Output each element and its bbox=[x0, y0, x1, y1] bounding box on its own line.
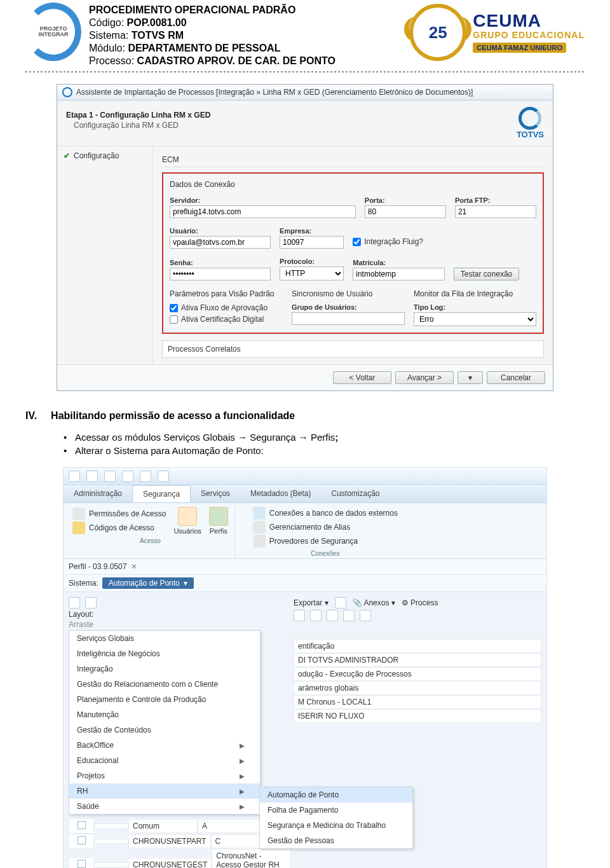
view-icon[interactable] bbox=[310, 610, 322, 621]
view-icon[interactable] bbox=[343, 610, 355, 621]
process-button[interactable]: ⚙ Process bbox=[402, 598, 438, 607]
ribbon-tab[interactable]: Serviços bbox=[191, 485, 240, 502]
menu-item[interactable]: Planejamento e Controle da Produção bbox=[69, 692, 260, 707]
rh-submenu[interactable]: Automação de PontoFolha de PagamentoSegu… bbox=[259, 787, 413, 849]
servidor-label: Servidor: bbox=[170, 196, 356, 204]
avancar-dropdown-button[interactable]: ▾ bbox=[458, 371, 483, 384]
ribbon-tab[interactable]: Metadados (Beta) bbox=[240, 485, 321, 502]
ribbon-tab[interactable]: Administração bbox=[64, 485, 132, 502]
view-icon[interactable] bbox=[327, 610, 338, 621]
porta-ftp-label: Porta FTP: bbox=[455, 196, 536, 204]
row-checkbox[interactable] bbox=[78, 860, 86, 868]
sidebar-item-configuracao[interactable]: ✔ Configuração bbox=[64, 151, 146, 160]
table-row[interactable]: CHRONUSNETPARTC bbox=[69, 834, 291, 849]
new-icon[interactable] bbox=[69, 597, 80, 609]
view-icon[interactable] bbox=[294, 610, 305, 621]
document-tab[interactable]: Perfil - 03.9.0507 ✕ bbox=[69, 562, 137, 571]
row-checkbox[interactable] bbox=[78, 836, 86, 844]
close-tab-icon[interactable]: ✕ bbox=[131, 562, 137, 571]
layout-label: Layout: bbox=[69, 610, 93, 619]
submenu-item[interactable]: Folha de Pagamento bbox=[260, 803, 412, 818]
porta-input[interactable] bbox=[365, 205, 446, 218]
menu-item[interactable]: Gestão do Relacionamento com o Cliente bbox=[69, 677, 260, 692]
integracao-fluig-checkbox[interactable] bbox=[353, 238, 361, 246]
row-checkbox[interactable] bbox=[78, 821, 86, 829]
processos-correlatos-panel[interactable]: Processos Correlatos bbox=[162, 340, 544, 358]
qat-button[interactable] bbox=[86, 471, 98, 482]
usuarios-button[interactable]: Usuários bbox=[173, 507, 201, 535]
menu-item[interactable]: Saúde▶ bbox=[69, 799, 260, 814]
ribbon: Permissões de Acesso Códigos de Acesso U… bbox=[64, 503, 546, 559]
section-4-heading: IV. Habilitando permissão de acesso a fu… bbox=[25, 410, 585, 422]
ativa-fluxo-checkbox[interactable] bbox=[170, 304, 178, 312]
table-row[interactable]: ComumA bbox=[69, 818, 291, 834]
servidor-input[interactable] bbox=[170, 205, 356, 218]
cancelar-button[interactable]: Cancelar bbox=[487, 371, 545, 384]
conexoes-bd-button[interactable]: Conexões a banco de dados externos bbox=[253, 507, 398, 520]
usuario-label: Usuário: bbox=[170, 227, 271, 235]
matricula-input[interactable] bbox=[353, 268, 445, 280]
grid-toolbar-right: Exportar ▾ 📎 Anexos ▾ ⚙ Process bbox=[294, 597, 541, 609]
submenu-item[interactable]: Gestão de Pessoas bbox=[260, 833, 412, 848]
menu-item[interactable]: Educacional▶ bbox=[69, 753, 260, 768]
permissoes-acesso-button[interactable]: Permissões de Acesso bbox=[72, 507, 166, 520]
projeto-integrar-logo: PROJETO INTEGRAR bbox=[25, 4, 81, 60]
quick-access-toolbar bbox=[64, 468, 546, 485]
exportar-button[interactable]: Exportar ▾ bbox=[294, 598, 329, 607]
ribbon-tab[interactable]: Customização bbox=[321, 485, 390, 502]
menu-item[interactable]: Integração bbox=[69, 661, 260, 677]
qat-button[interactable] bbox=[104, 471, 116, 482]
qat-button[interactable] bbox=[69, 471, 80, 482]
voltar-button[interactable]: < Voltar bbox=[333, 371, 391, 384]
codigos-acesso-button[interactable]: Códigos de Acesso bbox=[72, 521, 154, 534]
menu-item[interactable]: Gestão de Conteúdos bbox=[69, 722, 260, 738]
matricula-label: Matrícula: bbox=[353, 259, 445, 266]
dialog-titlebar: Assistente de Implantação de Processos [… bbox=[57, 85, 553, 100]
edit-icon[interactable] bbox=[85, 597, 97, 609]
ativa-cert-checkbox[interactable] bbox=[170, 315, 178, 324]
menu-item[interactable]: Projetos▶ bbox=[69, 768, 260, 783]
qat-button[interactable] bbox=[158, 471, 169, 482]
bullet-1: Acessar os módulos Serviços Globais → Se… bbox=[64, 432, 585, 443]
dialog-step-row: Etapa 1 - Configuração Linha RM x GED Co… bbox=[57, 100, 553, 146]
codigo-value: POP.0081.00 bbox=[127, 17, 187, 28]
provedores-seg-button[interactable]: Provedores de Segurança bbox=[253, 535, 358, 548]
grid-cell: entificação bbox=[294, 639, 541, 653]
menu-item[interactable]: RH▶ bbox=[69, 783, 260, 799]
chevron-right-icon: ▶ bbox=[240, 742, 245, 749]
qat-button[interactable] bbox=[122, 471, 133, 482]
menu-item[interactable]: Serviços Globais bbox=[69, 631, 260, 646]
menu-item[interactable]: Inteligência de Negócios bbox=[69, 646, 260, 661]
processo-value: CADASTRO APROV. DE CAR. DE PONTO bbox=[137, 55, 336, 66]
menu-item[interactable]: BackOffice▶ bbox=[69, 738, 260, 753]
porta-ftp-input[interactable] bbox=[455, 205, 536, 218]
print-icon[interactable] bbox=[335, 597, 346, 609]
sistema-dropdown[interactable]: Automação de Ponto▾ bbox=[102, 577, 194, 589]
testar-conexao-button[interactable]: Testar conexão bbox=[454, 268, 519, 280]
tipo-log-select[interactable]: Erro bbox=[414, 312, 536, 326]
submenu-item[interactable]: Segurança e Medicina do Trabalho bbox=[260, 818, 412, 833]
grupo-usuarios-input[interactable] bbox=[292, 312, 405, 325]
dialog-step-title: Etapa 1 - Configuração Linha RM x GED bbox=[66, 111, 210, 120]
group-conexoes-label: Conexões bbox=[311, 550, 339, 557]
empresa-input[interactable] bbox=[280, 236, 344, 249]
menu-item[interactable]: Manutenção bbox=[69, 707, 260, 722]
table-row[interactable]: CHRONUSNETGESTChronusNet - Acesso Gestor… bbox=[69, 849, 291, 868]
usuario-input[interactable] bbox=[170, 236, 271, 249]
senha-input[interactable] bbox=[170, 268, 271, 280]
sistema-label: Sistema: bbox=[69, 579, 98, 588]
dados-conexao-fieldset: Dados de Conexão Servidor: Porta: Porta … bbox=[162, 172, 544, 334]
anexos-button[interactable]: 📎 Anexos ▾ bbox=[353, 598, 395, 607]
protocolo-select[interactable]: HTTP bbox=[280, 266, 344, 280]
perfis-button[interactable]: Perfis bbox=[209, 507, 228, 535]
anniversary-medal-icon: 25 bbox=[409, 4, 466, 61]
ribbon-tab[interactable]: Segurança bbox=[132, 485, 191, 502]
dialog-step-sub: Configuração Linha RM x GED bbox=[66, 120, 210, 136]
submenu-item[interactable]: Automação de Ponto bbox=[260, 787, 412, 803]
view-icon[interactable] bbox=[360, 610, 371, 621]
section-4-bullets: Acessar os módulos Serviços Globais → Se… bbox=[64, 432, 585, 456]
qat-button[interactable] bbox=[140, 471, 151, 482]
gerenc-alias-button[interactable]: Gerenciamento de Alias bbox=[253, 521, 350, 534]
sistema-menu[interactable]: Serviços GlobaisInteligência de Negócios… bbox=[69, 630, 261, 815]
avancar-button[interactable]: Avançar > bbox=[395, 371, 454, 384]
